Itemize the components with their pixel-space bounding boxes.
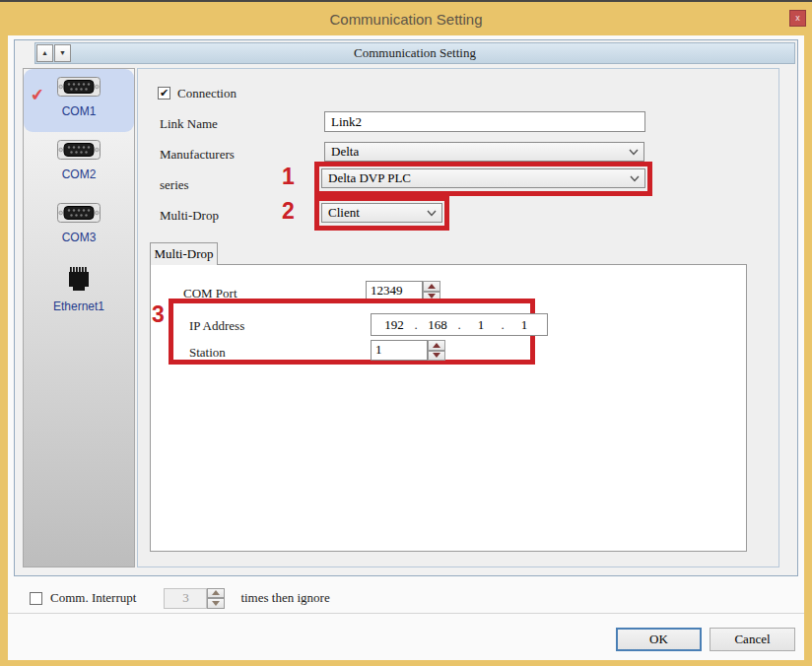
manufacturers-select[interactable]: Delta (324, 142, 644, 162)
footer-divider (8, 613, 804, 614)
serial-port-icon (56, 138, 102, 162)
ethernet-icon (64, 264, 94, 294)
station-spin-down[interactable] (428, 351, 445, 362)
chevron-down-icon (427, 210, 437, 217)
spinner-down-icon (433, 353, 440, 358)
sidebar-item-com3[interactable]: COM3 (24, 195, 134, 258)
comm-interrupt-label: Comm. Interrupt (50, 590, 136, 606)
annotation-box-1: Delta DVP PLC (314, 162, 652, 196)
titlebar[interactable]: Communication Setting x (0, 2, 812, 35)
ip-octet-2[interactable]: 168 (421, 317, 454, 333)
manufacturers-label: Manufacturers (160, 147, 235, 163)
multi-drop-value: Client (328, 205, 360, 221)
checkmark-icon: ✔ (30, 84, 45, 105)
spinner-up-icon (428, 284, 436, 289)
multi-drop-tab-panel: COM Port 12349 3 IP Address 192 (150, 264, 747, 552)
connection-group-panel: ▲ ▼ Communication Setting ✔ COM1 (14, 39, 798, 576)
manufacturers-value: Delta (331, 144, 359, 160)
comm-interrupt-checkbox[interactable] (30, 592, 42, 605)
sidebar-item-ethernet1[interactable]: Ethernet1 (24, 258, 134, 321)
ip-separator: . (498, 317, 508, 333)
ip-octet-3[interactable]: 1 (464, 317, 498, 333)
spinner-up-icon (433, 343, 440, 348)
retry-spin-down[interactable] (207, 598, 225, 609)
series-label: series (160, 177, 189, 193)
ip-address-input[interactable]: 192 . 168 . 1 . 1 (371, 313, 548, 336)
connection-label: Connection (177, 86, 237, 101)
group-header-title: Communication Setting (35, 45, 794, 61)
ip-address-label: IP Address (189, 318, 244, 334)
serial-port-icon (56, 75, 102, 99)
chevron-down-icon (630, 175, 640, 182)
spinner-down-icon (212, 601, 220, 606)
link-name-input[interactable]: Link2 (324, 111, 645, 132)
connection-checkbox[interactable]: ✔ (158, 87, 170, 100)
port-sidebar: ✔ COM1 (23, 68, 135, 567)
sidebar-item-com1[interactable]: ✔ COM1 (24, 69, 134, 132)
sidebar-item-label: Ethernet1 (24, 300, 134, 313)
annotation-step-1: 1 (282, 164, 295, 190)
multi-drop-label: Multi-Drop (160, 208, 219, 224)
group-header: ▲ ▼ Communication Setting (34, 42, 795, 64)
dialog-body: ▲ ▼ Communication Setting ✔ COM1 (8, 35, 804, 660)
spinner-up-icon (212, 590, 220, 595)
connection-form: ✔ Connection Link Name Link2 Manufacture… (137, 68, 779, 567)
link-name-label: Link Name (160, 116, 218, 132)
tab-label: Multi-Drop (155, 246, 214, 261)
annotation-step-3: 3 (152, 301, 165, 328)
station-spin-up[interactable] (428, 340, 445, 351)
retry-count-value[interactable]: 3 (164, 588, 207, 609)
station-value[interactable]: 1 (371, 340, 428, 361)
series-select[interactable]: Delta DVP PLC (321, 168, 645, 188)
serial-port-icon (56, 201, 102, 225)
communication-setting-dialog: Communication Setting x ▲ ▼ Communicatio… (0, 0, 812, 666)
series-value: Delta DVP PLC (328, 170, 411, 186)
sidebar-item-label: COM1 (24, 104, 134, 118)
com-port-spin-up[interactable] (423, 281, 440, 292)
ip-separator: . (454, 317, 464, 333)
tab-multi-drop[interactable]: Multi-Drop (150, 242, 218, 265)
close-icon[interactable]: x (789, 10, 806, 27)
sidebar-item-label: COM2 (24, 167, 134, 181)
comm-interrupt-row: Comm. Interrupt 3 times then ignore (30, 585, 330, 611)
ip-octet-1[interactable]: 192 (377, 317, 411, 333)
ip-octet-4[interactable]: 1 (508, 317, 541, 333)
sidebar-item-com2[interactable]: COM2 (24, 132, 134, 195)
multi-drop-select[interactable]: Client (321, 203, 442, 223)
annotation-box-3: 3 IP Address 192 . 168 . 1 . 1 Station (169, 299, 535, 365)
retry-spin-up[interactable] (207, 588, 225, 599)
chevron-down-icon (629, 149, 639, 156)
ip-separator: . (411, 317, 421, 333)
window-title: Communication Setting (329, 11, 482, 28)
sidebar-item-label: COM3 (24, 231, 134, 244)
annotation-step-2: 2 (282, 198, 295, 225)
annotation-box-2: Client (314, 196, 449, 231)
station-label: Station (189, 345, 226, 361)
retry-count-spinner[interactable]: 3 (164, 588, 225, 609)
retry-suffix-label: times then ignore (240, 590, 329, 606)
check-icon: ✔ (160, 87, 169, 99)
ok-button[interactable]: OK (616, 628, 702, 651)
cancel-button[interactable]: Cancel (710, 628, 795, 651)
station-spinner[interactable]: 1 (371, 340, 445, 361)
